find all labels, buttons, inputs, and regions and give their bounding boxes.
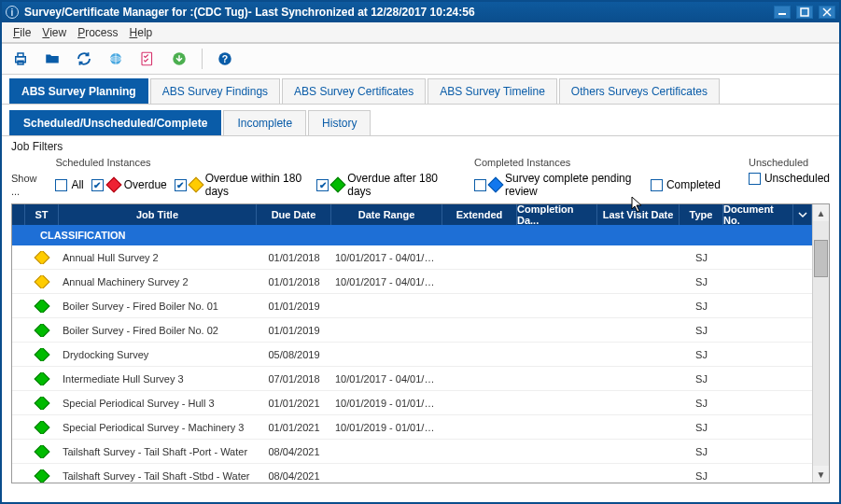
subtab-history[interactable]: History <box>308 110 371 135</box>
tab-abs-survey-planning[interactable]: ABS Survey Planning <box>9 78 148 104</box>
checkbox-completed[interactable] <box>651 179 663 191</box>
table-row[interactable]: Special Periodical Survey - Machinery 30… <box>12 415 812 440</box>
diamond-green-icon <box>332 178 343 191</box>
checkbox-unscheduled[interactable] <box>749 173 761 185</box>
table-row[interactable]: Annual Machinery Survey 201/01/201810/01… <box>12 270 812 294</box>
table-row[interactable]: Boiler Survey - Fired Boiler No. 0201/01… <box>12 318 812 343</box>
cell-date-range: 10/01/2017 - 04/01/2019 <box>331 373 442 385</box>
close-button[interactable] <box>819 6 835 19</box>
main-tabs: ABS Survey Planning ABS Survey Findings … <box>2 75 839 105</box>
cell-due-date: 01/01/2018 <box>257 252 331 263</box>
cell-type: SJ <box>680 349 723 360</box>
cell-type: SJ <box>680 276 723 287</box>
cell-due-date: 07/01/2018 <box>257 373 331 385</box>
cell-date-range: 10/01/2017 - 04/01/2018 <box>331 276 442 287</box>
cell-type: SJ <box>680 252 723 263</box>
show-label: Show ... <box>11 173 37 197</box>
cell-job-title: Special Periodical Survey - Machinery 3 <box>59 422 257 433</box>
job-filters-label: Job Filters <box>2 136 839 157</box>
status-diamond-icon <box>35 397 49 410</box>
tab-others-surveys-certificates[interactable]: Others Surveys Certificates <box>559 78 720 104</box>
cell-due-date: 01/01/2021 <box>257 398 331 409</box>
download-icon[interactable] <box>170 49 189 68</box>
status-diamond-icon <box>35 421 49 434</box>
col-job-title[interactable]: Job Title <box>59 204 257 225</box>
column-chooser-icon[interactable] <box>793 204 812 225</box>
open-folder-icon[interactable] <box>43 49 62 68</box>
cell-due-date: 08/04/2021 <box>257 446 331 457</box>
cell-due-date: 01/01/2019 <box>257 325 331 336</box>
tab-abs-survey-findings[interactable]: ABS Survey Findings <box>150 78 280 104</box>
titlebar: i Survey/Certificate Manager for :(CDC T… <box>2 2 839 22</box>
col-completion-date[interactable]: Completion Da... <box>517 204 597 225</box>
completed-instances-label: Completed Instances <box>474 157 721 168</box>
checkbox-overdue-180[interactable] <box>175 179 187 191</box>
status-diamond-icon <box>35 445 49 458</box>
row-selector-header <box>12 204 25 225</box>
checkbox-all[interactable] <box>55 179 67 191</box>
vertical-scrollbar[interactable]: ▲ ▼ <box>812 204 829 483</box>
col-last-visit-date[interactable]: Last Visit Date <box>597 204 680 225</box>
table-row[interactable]: Annual Hull Survey 201/01/201810/01/2017… <box>12 245 812 270</box>
status-diamond-icon <box>35 275 49 288</box>
cell-job-title: Special Periodical Survey - Hull 3 <box>59 398 257 409</box>
table-row[interactable]: Special Periodical Survey - Hull 301/01/… <box>12 391 812 415</box>
cell-date-range: 10/01/2019 - 01/01/2021 <box>331 422 442 433</box>
table-row[interactable]: Tailshaft Survey - Tail Shaft -Stbd - Wa… <box>12 464 812 483</box>
cell-type: SJ <box>680 470 723 482</box>
col-extended[interactable]: Extended <box>442 204 517 225</box>
col-st[interactable]: ST <box>25 204 59 225</box>
svg-rect-9 <box>142 52 152 65</box>
scroll-up-icon[interactable]: ▲ <box>813 204 829 221</box>
menu-process[interactable]: Process <box>74 24 121 41</box>
minimize-button[interactable] <box>774 6 791 19</box>
globe-icon[interactable] <box>106 49 125 68</box>
cell-due-date: 01/01/2019 <box>257 301 331 312</box>
cell-type: SJ <box>680 301 723 312</box>
checkbox-overdue-after-180[interactable] <box>316 179 329 191</box>
grid-header: ST Job Title Due Date Date Range Extende… <box>12 204 812 225</box>
help-icon[interactable]: ? <box>216 49 234 68</box>
print-icon[interactable] <box>11 49 30 68</box>
scroll-down-icon[interactable]: ▼ <box>813 466 829 483</box>
table-row[interactable]: Tailshaft Survey - Tail Shaft -Port - Wa… <box>12 440 812 464</box>
col-type[interactable]: Type <box>680 204 723 225</box>
window-title: Survey/Certificate Manager for :(CDC Tug… <box>24 6 774 19</box>
cell-type: SJ <box>680 398 723 409</box>
group-row-classification[interactable]: CLASSIFICATION <box>12 225 812 245</box>
refresh-icon[interactable] <box>75 49 93 68</box>
menu-view[interactable]: View <box>38 24 70 41</box>
checkbox-survey-pending[interactable] <box>474 179 486 191</box>
col-date-range[interactable]: Date Range <box>331 204 442 225</box>
cell-date-range: 10/01/2017 - 04/01/2018 <box>331 252 442 263</box>
table-row[interactable]: Drydocking Survey05/08/2019SJ <box>12 343 812 367</box>
cell-job-title: Intermediate Hull Survey 3 <box>59 373 257 385</box>
cell-type: SJ <box>680 422 723 433</box>
cell-job-title: Annual Hull Survey 2 <box>59 252 257 263</box>
col-document-no[interactable]: Document No. <box>723 204 793 225</box>
menu-file[interactable]: File <box>9 24 35 41</box>
menu-help[interactable]: Help <box>126 24 157 41</box>
maximize-button[interactable] <box>796 6 813 19</box>
toolbar-separator <box>202 49 203 69</box>
status-diamond-icon <box>35 300 49 313</box>
checklist-icon[interactable] <box>138 49 157 68</box>
job-grid: ST Job Title Due Date Date Range Extende… <box>11 203 830 483</box>
cell-job-title: Tailshaft Survey - Tail Shaft -Stbd - Wa… <box>59 470 257 482</box>
table-row[interactable]: Intermediate Hull Survey 307/01/201810/0… <box>12 367 812 391</box>
cell-type: SJ <box>680 373 723 385</box>
filters-row: Show ... Scheduled Instances All Overdue… <box>2 157 839 203</box>
tab-abs-survey-certificates[interactable]: ABS Survey Certificates <box>282 78 426 104</box>
svg-rect-1 <box>801 8 808 16</box>
subtab-incomplete[interactable]: Incomplete <box>223 110 306 135</box>
svg-text:?: ? <box>222 53 228 64</box>
table-row[interactable]: Boiler Survey - Fired Boiler No. 0101/01… <box>12 294 812 318</box>
tab-abs-survey-timeline[interactable]: ABS Survey Timeline <box>428 78 557 104</box>
scroll-thumb[interactable] <box>814 240 828 277</box>
cell-type: SJ <box>680 325 723 336</box>
checkbox-overdue[interactable] <box>91 179 104 191</box>
cell-due-date: 08/04/2021 <box>257 470 331 482</box>
subtab-scheduled-unscheduled-complete[interactable]: Scheduled/Unscheduled/Complete <box>9 110 221 135</box>
col-due-date[interactable]: Due Date <box>257 204 331 225</box>
diamond-red-icon <box>107 178 120 191</box>
